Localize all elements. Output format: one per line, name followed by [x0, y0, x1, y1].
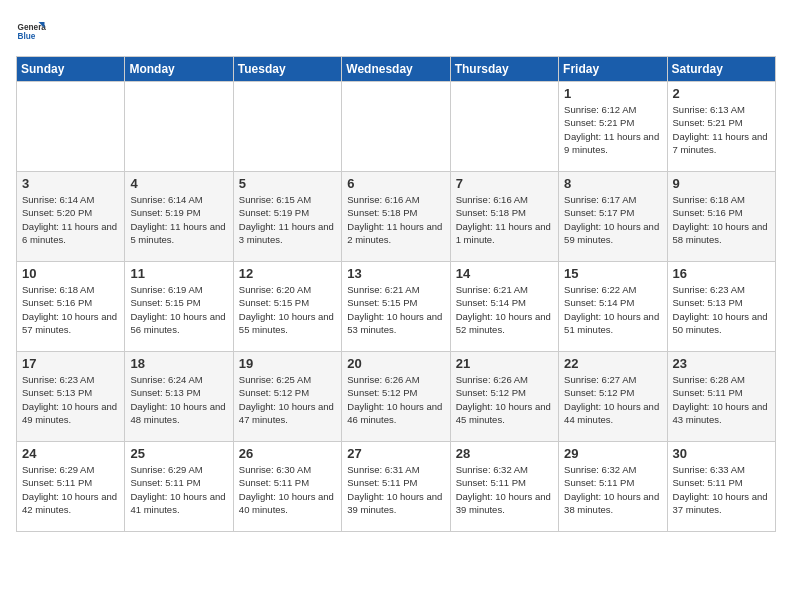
calendar-cell: 9Sunrise: 6:18 AM Sunset: 5:16 PM Daylig… [667, 172, 775, 262]
day-info: Sunrise: 6:18 AM Sunset: 5:16 PM Dayligh… [22, 283, 119, 336]
calendar-cell: 16Sunrise: 6:23 AM Sunset: 5:13 PM Dayli… [667, 262, 775, 352]
day-info: Sunrise: 6:28 AM Sunset: 5:11 PM Dayligh… [673, 373, 770, 426]
calendar-table: SundayMondayTuesdayWednesdayThursdayFrid… [16, 56, 776, 532]
day-info: Sunrise: 6:29 AM Sunset: 5:11 PM Dayligh… [22, 463, 119, 516]
day-number: 9 [673, 176, 770, 191]
day-number: 5 [239, 176, 336, 191]
day-info: Sunrise: 6:19 AM Sunset: 5:15 PM Dayligh… [130, 283, 227, 336]
calendar-cell: 29Sunrise: 6:32 AM Sunset: 5:11 PM Dayli… [559, 442, 667, 532]
day-info: Sunrise: 6:32 AM Sunset: 5:11 PM Dayligh… [564, 463, 661, 516]
day-number: 26 [239, 446, 336, 461]
calendar-cell: 15Sunrise: 6:22 AM Sunset: 5:14 PM Dayli… [559, 262, 667, 352]
day-info: Sunrise: 6:25 AM Sunset: 5:12 PM Dayligh… [239, 373, 336, 426]
calendar-row: 3Sunrise: 6:14 AM Sunset: 5:20 PM Daylig… [17, 172, 776, 262]
day-number: 16 [673, 266, 770, 281]
day-info: Sunrise: 6:16 AM Sunset: 5:18 PM Dayligh… [347, 193, 444, 246]
day-info: Sunrise: 6:21 AM Sunset: 5:14 PM Dayligh… [456, 283, 553, 336]
header-day: Saturday [667, 57, 775, 82]
calendar-cell: 20Sunrise: 6:26 AM Sunset: 5:12 PM Dayli… [342, 352, 450, 442]
day-info: Sunrise: 6:20 AM Sunset: 5:15 PM Dayligh… [239, 283, 336, 336]
day-number: 29 [564, 446, 661, 461]
day-info: Sunrise: 6:26 AM Sunset: 5:12 PM Dayligh… [347, 373, 444, 426]
calendar-cell: 14Sunrise: 6:21 AM Sunset: 5:14 PM Dayli… [450, 262, 558, 352]
day-number: 14 [456, 266, 553, 281]
day-info: Sunrise: 6:32 AM Sunset: 5:11 PM Dayligh… [456, 463, 553, 516]
calendar-cell: 19Sunrise: 6:25 AM Sunset: 5:12 PM Dayli… [233, 352, 341, 442]
day-info: Sunrise: 6:16 AM Sunset: 5:18 PM Dayligh… [456, 193, 553, 246]
calendar-cell [342, 82, 450, 172]
calendar-cell: 11Sunrise: 6:19 AM Sunset: 5:15 PM Dayli… [125, 262, 233, 352]
day-info: Sunrise: 6:14 AM Sunset: 5:19 PM Dayligh… [130, 193, 227, 246]
day-number: 23 [673, 356, 770, 371]
calendar-cell: 6Sunrise: 6:16 AM Sunset: 5:18 PM Daylig… [342, 172, 450, 262]
calendar-row: 10Sunrise: 6:18 AM Sunset: 5:16 PM Dayli… [17, 262, 776, 352]
calendar-cell: 5Sunrise: 6:15 AM Sunset: 5:19 PM Daylig… [233, 172, 341, 262]
calendar-cell: 10Sunrise: 6:18 AM Sunset: 5:16 PM Dayli… [17, 262, 125, 352]
day-number: 6 [347, 176, 444, 191]
day-number: 27 [347, 446, 444, 461]
day-number: 22 [564, 356, 661, 371]
calendar-header: SundayMondayTuesdayWednesdayThursdayFrid… [17, 57, 776, 82]
day-number: 8 [564, 176, 661, 191]
day-number: 11 [130, 266, 227, 281]
day-info: Sunrise: 6:29 AM Sunset: 5:11 PM Dayligh… [130, 463, 227, 516]
calendar-cell: 26Sunrise: 6:30 AM Sunset: 5:11 PM Dayli… [233, 442, 341, 532]
header-day: Tuesday [233, 57, 341, 82]
calendar-cell: 23Sunrise: 6:28 AM Sunset: 5:11 PM Dayli… [667, 352, 775, 442]
day-info: Sunrise: 6:26 AM Sunset: 5:12 PM Dayligh… [456, 373, 553, 426]
calendar-cell: 3Sunrise: 6:14 AM Sunset: 5:20 PM Daylig… [17, 172, 125, 262]
day-info: Sunrise: 6:24 AM Sunset: 5:13 PM Dayligh… [130, 373, 227, 426]
calendar-row: 1Sunrise: 6:12 AM Sunset: 5:21 PM Daylig… [17, 82, 776, 172]
calendar-cell: 17Sunrise: 6:23 AM Sunset: 5:13 PM Dayli… [17, 352, 125, 442]
day-info: Sunrise: 6:12 AM Sunset: 5:21 PM Dayligh… [564, 103, 661, 156]
svg-text:Blue: Blue [18, 32, 36, 41]
header-day: Thursday [450, 57, 558, 82]
calendar-row: 17Sunrise: 6:23 AM Sunset: 5:13 PM Dayli… [17, 352, 776, 442]
header-row: SundayMondayTuesdayWednesdayThursdayFrid… [17, 57, 776, 82]
calendar-cell [17, 82, 125, 172]
day-info: Sunrise: 6:31 AM Sunset: 5:11 PM Dayligh… [347, 463, 444, 516]
day-number: 28 [456, 446, 553, 461]
day-info: Sunrise: 6:18 AM Sunset: 5:16 PM Dayligh… [673, 193, 770, 246]
logo: General Blue [16, 16, 50, 46]
calendar-cell [233, 82, 341, 172]
day-number: 21 [456, 356, 553, 371]
calendar-cell: 18Sunrise: 6:24 AM Sunset: 5:13 PM Dayli… [125, 352, 233, 442]
day-info: Sunrise: 6:22 AM Sunset: 5:14 PM Dayligh… [564, 283, 661, 336]
calendar-row: 24Sunrise: 6:29 AM Sunset: 5:11 PM Dayli… [17, 442, 776, 532]
day-info: Sunrise: 6:30 AM Sunset: 5:11 PM Dayligh… [239, 463, 336, 516]
day-info: Sunrise: 6:21 AM Sunset: 5:15 PM Dayligh… [347, 283, 444, 336]
calendar-cell: 4Sunrise: 6:14 AM Sunset: 5:19 PM Daylig… [125, 172, 233, 262]
day-number: 13 [347, 266, 444, 281]
day-number: 10 [22, 266, 119, 281]
calendar-cell: 30Sunrise: 6:33 AM Sunset: 5:11 PM Dayli… [667, 442, 775, 532]
calendar-body: 1Sunrise: 6:12 AM Sunset: 5:21 PM Daylig… [17, 82, 776, 532]
calendar-cell: 24Sunrise: 6:29 AM Sunset: 5:11 PM Dayli… [17, 442, 125, 532]
calendar-cell: 21Sunrise: 6:26 AM Sunset: 5:12 PM Dayli… [450, 352, 558, 442]
day-info: Sunrise: 6:23 AM Sunset: 5:13 PM Dayligh… [22, 373, 119, 426]
calendar-cell [125, 82, 233, 172]
calendar-cell: 7Sunrise: 6:16 AM Sunset: 5:18 PM Daylig… [450, 172, 558, 262]
day-number: 19 [239, 356, 336, 371]
day-info: Sunrise: 6:27 AM Sunset: 5:12 PM Dayligh… [564, 373, 661, 426]
day-number: 18 [130, 356, 227, 371]
logo-icon: General Blue [16, 16, 46, 46]
day-number: 4 [130, 176, 227, 191]
calendar-cell: 1Sunrise: 6:12 AM Sunset: 5:21 PM Daylig… [559, 82, 667, 172]
header-day: Monday [125, 57, 233, 82]
day-number: 30 [673, 446, 770, 461]
day-number: 25 [130, 446, 227, 461]
day-number: 3 [22, 176, 119, 191]
day-number: 2 [673, 86, 770, 101]
page-header: General Blue [16, 16, 776, 46]
header-day: Sunday [17, 57, 125, 82]
calendar-cell: 27Sunrise: 6:31 AM Sunset: 5:11 PM Dayli… [342, 442, 450, 532]
day-info: Sunrise: 6:14 AM Sunset: 5:20 PM Dayligh… [22, 193, 119, 246]
calendar-cell: 13Sunrise: 6:21 AM Sunset: 5:15 PM Dayli… [342, 262, 450, 352]
calendar-cell: 12Sunrise: 6:20 AM Sunset: 5:15 PM Dayli… [233, 262, 341, 352]
calendar-cell: 28Sunrise: 6:32 AM Sunset: 5:11 PM Dayli… [450, 442, 558, 532]
header-day: Friday [559, 57, 667, 82]
calendar-cell: 22Sunrise: 6:27 AM Sunset: 5:12 PM Dayli… [559, 352, 667, 442]
day-number: 12 [239, 266, 336, 281]
day-number: 15 [564, 266, 661, 281]
